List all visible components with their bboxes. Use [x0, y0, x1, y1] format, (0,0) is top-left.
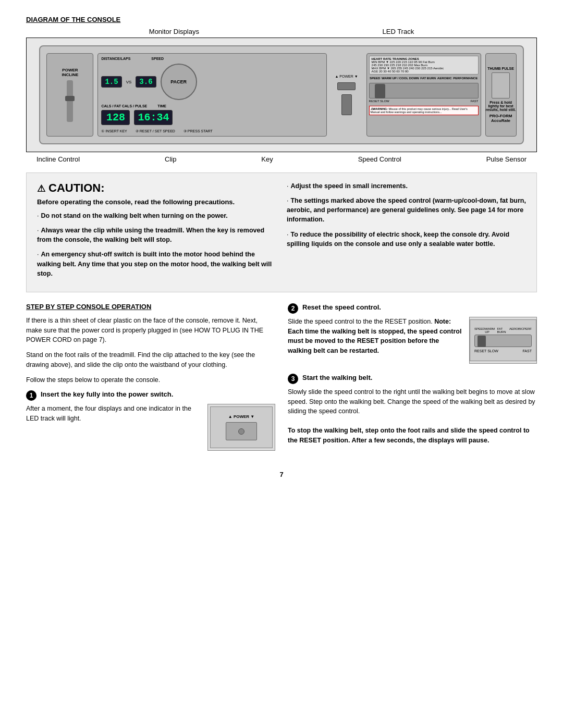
key-label: Key [261, 155, 273, 163]
warning-box: ⚠WARNING: Misuse of this product may cau… [369, 106, 479, 115]
step-3-block: 3 Start the walking belt. Slowly slide t… [288, 373, 537, 416]
step-2-text: Slide the speed control to the the RESET… [288, 317, 463, 356]
caution-left: ⚠ CAUTION: Before operating the console,… [37, 181, 276, 283]
caution-triangle-icon: ⚠ [37, 183, 45, 194]
step-2-header: 2 Reset the speed control. [288, 303, 537, 314]
step-1-block: 1 Insert the key fully into the power sw… [26, 390, 275, 451]
led-track-label: LED Track [383, 28, 414, 35]
console-center: DISTANCE/LAPS SPEED 1.5 VS 3.6 PACER CAL… [97, 53, 326, 137]
step-1-content-area: After a moment, the four displays and on… [26, 404, 275, 451]
step-1-title: Insert the key fully into the power swit… [41, 390, 173, 399]
step-3-number: 3 [288, 374, 298, 384]
speed-mock-knob [478, 336, 486, 347]
caution-right: ·Adjust the speed in small increments. ·… [287, 181, 526, 283]
caution-item-6: ·To reduce the possibility of electric s… [287, 230, 526, 249]
step-1-number: 1 [26, 390, 36, 401]
caution-subtitle: Before operating the console, read the f… [37, 198, 276, 206]
monitor-displays-label: Monitor Displays [149, 28, 199, 35]
step-3-title: Start the walking belt. [302, 373, 372, 382]
incline-display: 3.6 [136, 76, 156, 88]
speed-display: 1.5 [101, 76, 121, 88]
cals-display: 128 [101, 110, 130, 125]
console-mock: POWERINCLINE DISTANCE/LAPS SPEED 1.5 VS … [39, 45, 523, 144]
speed-control-mock: SPEED WARM UP FAT BURN AEROBIC PERF RESE… [470, 319, 536, 361]
console-diagram: POWERINCLINE DISTANCE/LAPS SPEED 1.5 VS … [26, 38, 537, 152]
final-bold-text: To stop the walking belt, step onto the … [288, 426, 537, 446]
step-3-content: Slowly slide the speed control to the ri… [288, 387, 537, 416]
display-row-top: 1.5 VS 3.6 PACER [101, 64, 323, 100]
intro-para-3: Follow the steps below to operate the co… [26, 375, 275, 385]
pacer-display: PACER [161, 64, 197, 100]
time-display: 16:34 [134, 110, 173, 125]
caution-item-5: ·The settings marked above the speed con… [287, 196, 526, 224]
clip-visual [337, 82, 356, 90]
step-2-number: 2 [288, 303, 298, 314]
step-3-header: 3 Start the walking belt. [288, 373, 537, 384]
key-visual [341, 94, 352, 115]
incline-control-label: Incline Control [36, 155, 80, 163]
step-1-text: After a moment, the four displays and on… [26, 404, 201, 424]
intro-para-2: Stand on the foot rails of the treadmill… [26, 350, 275, 370]
hr-speed-panel: HEART RATE TRAINING ZONES MIN BPM ▼ 225 … [366, 53, 481, 137]
top-labels-row: Monitor Displays LED Track [26, 28, 537, 35]
caution-item-1: ·Do not stand on the walking belt when t… [37, 211, 276, 220]
clip-key-area: ▲ POWER ▼ [331, 53, 362, 137]
speed-mock-bar [474, 335, 532, 347]
step-1-image: ▲ POWER ▼ [207, 404, 275, 451]
incline-slider [67, 80, 73, 122]
incline-panel: POWERINCLINE [46, 53, 93, 137]
step-2-content-area: Slide the speed control to the the RESET… [288, 317, 537, 364]
caution-item-2: ·Always wear the clip while using the tr… [37, 226, 276, 244]
diagram-title: DIAGRAM OF THE CONSOLE [26, 16, 537, 23]
pulse-sensor-panel: THUMB PULSE Press & hold lightly for bes… [485, 53, 517, 137]
power-switch-mock: ▲ POWER ▼ [210, 406, 273, 448]
speed-labels: RESET SLOW FAST [369, 100, 479, 103]
caution-section: ⚠ CAUTION: Before operating the console,… [26, 172, 537, 292]
power-hole [238, 428, 244, 435]
clip-label: Clip [165, 155, 176, 163]
step-2-block: 2 Reset the speed control. Slide the spe… [288, 303, 537, 364]
incline-knob [65, 96, 75, 101]
caution-word: CAUTION: [48, 181, 105, 195]
diagram-labels-bottom: Incline Control Clip Key Speed Control P… [26, 155, 537, 163]
step-2-image: SPEED WARM UP FAT BURN AEROBIC PERF RESE… [469, 317, 537, 364]
pulse-sensor-label: Pulse Sensor [486, 155, 527, 163]
speed-control-bar [369, 83, 479, 98]
steps-right: 2 Reset the speed control. Slide the spe… [288, 303, 537, 461]
intro-para-1: If there is a thin sheet of clear plasti… [26, 316, 275, 345]
steps-left: STEP BY STEP CONSOLE OPERATION If there … [26, 303, 275, 461]
caution-item-3: ·An emergency shut-off switch is built i… [37, 250, 276, 278]
power-switch-rect [226, 422, 257, 440]
steps-section-title: STEP BY STEP CONSOLE OPERATION [26, 303, 275, 311]
display-row-bottom: 128 16:34 [101, 110, 323, 125]
speed-slider-knob [375, 84, 385, 98]
speed-control-label: Speed Control [358, 155, 401, 163]
caution-item-4: ·Adjust the speed in small increments. [287, 181, 526, 191]
step-1-header: 1 Insert the key fully into the power sw… [26, 390, 275, 401]
diagram-section: DIAGRAM OF THE CONSOLE Monitor Displays … [26, 16, 537, 163]
caution-header: ⚠ CAUTION: [37, 181, 276, 195]
page-number: 7 [26, 471, 537, 478]
step-2-title: Reset the speed control. [302, 303, 381, 312]
hr-zones: HEART RATE TRAINING ZONES MIN BPM ▼ 225 … [369, 56, 479, 75]
steps-section: STEP BY STEP CONSOLE OPERATION If there … [26, 303, 537, 461]
